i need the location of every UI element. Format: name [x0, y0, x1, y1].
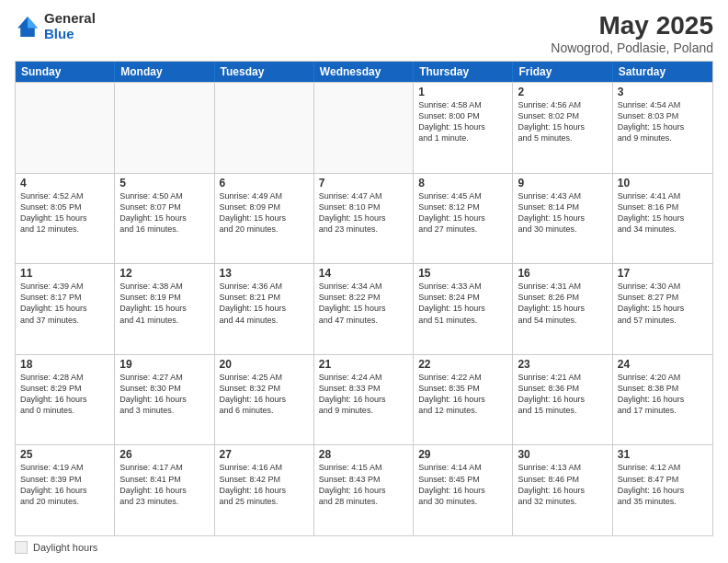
calendar-cell-26: 26Sunrise: 4:17 AM Sunset: 8:41 PM Dayli… — [115, 445, 214, 535]
calendar-row-2: 11Sunrise: 4:39 AM Sunset: 8:17 PM Dayli… — [16, 263, 712, 354]
cell-text: Sunrise: 4:34 AM Sunset: 8:22 PM Dayligh… — [319, 281, 408, 326]
day-number: 4 — [20, 177, 109, 190]
day-number: 6 — [220, 177, 309, 190]
cell-text: Sunrise: 4:45 AM Sunset: 8:12 PM Dayligh… — [418, 190, 507, 236]
day-number: 12 — [119, 267, 209, 280]
cell-text: Sunrise: 4:19 AM Sunset: 8:39 PM Dayligh… — [20, 462, 109, 507]
calendar-cell-9: 9Sunrise: 4:43 AM Sunset: 8:14 PM Daylig… — [513, 174, 612, 264]
calendar-cell-29: 29Sunrise: 4:14 AM Sunset: 8:45 PM Dayli… — [414, 445, 513, 535]
svg-marker-1 — [28, 17, 38, 28]
calendar-cell-1: 1Sunrise: 4:58 AM Sunset: 8:00 PM Daylig… — [414, 83, 513, 173]
calendar-cell-19: 19Sunrise: 4:27 AM Sunset: 8:30 PM Dayli… — [115, 355, 214, 445]
cell-text: Sunrise: 4:39 AM Sunset: 8:17 PM Dayligh… — [20, 281, 109, 326]
calendar-cell-empty-0-2 — [215, 83, 314, 173]
weekday-header-monday: Monday — [115, 62, 214, 82]
cell-text: Sunrise: 4:28 AM Sunset: 8:29 PM Dayligh… — [20, 372, 109, 417]
calendar-cell-2: 2Sunrise: 4:56 AM Sunset: 8:02 PM Daylig… — [513, 83, 612, 173]
calendar-cell-18: 18Sunrise: 4:28 AM Sunset: 8:29 PM Dayli… — [16, 355, 115, 445]
day-number: 1 — [418, 86, 507, 98]
logo: General Blue — [15, 11, 96, 41]
calendar-cell-27: 27Sunrise: 4:16 AM Sunset: 8:42 PM Dayli… — [215, 445, 314, 535]
cell-text: Sunrise: 4:16 AM Sunset: 8:42 PM Dayligh… — [220, 462, 309, 507]
weekday-header-thursday: Thursday — [414, 62, 513, 82]
day-number: 9 — [518, 177, 607, 190]
calendar-cell-6: 6Sunrise: 4:49 AM Sunset: 8:09 PM Daylig… — [215, 174, 314, 264]
weekday-header-tuesday: Tuesday — [215, 62, 314, 82]
day-number: 31 — [618, 448, 708, 461]
cell-text: Sunrise: 4:43 AM Sunset: 8:14 PM Dayligh… — [518, 190, 607, 236]
page: General Blue May 2025 Nowogrod, Podlasie… — [0, 0, 728, 563]
calendar-body: 1Sunrise: 4:58 AM Sunset: 8:00 PM Daylig… — [16, 82, 712, 535]
cell-text: Sunrise: 4:33 AM Sunset: 8:24 PM Dayligh… — [418, 281, 507, 326]
day-number: 11 — [20, 267, 109, 280]
calendar-cell-11: 11Sunrise: 4:39 AM Sunset: 8:17 PM Dayli… — [16, 264, 115, 354]
cell-text: Sunrise: 4:17 AM Sunset: 8:41 PM Dayligh… — [119, 462, 209, 507]
calendar-cell-7: 7Sunrise: 4:47 AM Sunset: 8:10 PM Daylig… — [314, 174, 414, 264]
day-number: 24 — [618, 358, 708, 371]
calendar-cell-10: 10Sunrise: 4:41 AM Sunset: 8:16 PM Dayli… — [613, 174, 712, 264]
calendar-cell-20: 20Sunrise: 4:25 AM Sunset: 8:32 PM Dayli… — [215, 355, 314, 445]
logo-blue-text: Blue — [44, 26, 74, 41]
header: General Blue May 2025 Nowogrod, Podlasie… — [15, 11, 713, 55]
weekday-header-sunday: Sunday — [16, 62, 115, 82]
calendar-cell-17: 17Sunrise: 4:30 AM Sunset: 8:27 PM Dayli… — [613, 264, 712, 354]
day-number: 8 — [418, 177, 507, 190]
cell-text: Sunrise: 4:21 AM Sunset: 8:36 PM Dayligh… — [518, 372, 607, 417]
location: Nowogrod, Podlasie, Poland — [551, 40, 713, 55]
logo-icon — [15, 14, 40, 40]
calendar-cell-empty-0-0 — [16, 83, 115, 173]
calendar-cell-16: 16Sunrise: 4:31 AM Sunset: 8:26 PM Dayli… — [513, 264, 612, 354]
calendar-cell-25: 25Sunrise: 4:19 AM Sunset: 8:39 PM Dayli… — [16, 445, 115, 535]
cell-text: Sunrise: 4:27 AM Sunset: 8:30 PM Dayligh… — [119, 372, 209, 417]
logo-general-text: General — [44, 10, 96, 26]
calendar-header: SundayMondayTuesdayWednesdayThursdayFrid… — [16, 62, 712, 82]
day-number: 21 — [319, 358, 408, 371]
cell-text: Sunrise: 4:15 AM Sunset: 8:43 PM Dayligh… — [319, 462, 408, 507]
calendar-cell-empty-0-3 — [314, 83, 414, 173]
calendar-cell-5: 5Sunrise: 4:50 AM Sunset: 8:07 PM Daylig… — [115, 174, 214, 264]
day-number: 18 — [20, 358, 109, 371]
cell-text: Sunrise: 4:38 AM Sunset: 8:19 PM Dayligh… — [119, 281, 209, 326]
day-number: 22 — [418, 358, 507, 371]
cell-text: Sunrise: 4:54 AM Sunset: 8:03 PM Dayligh… — [618, 99, 708, 144]
cell-text: Sunrise: 4:56 AM Sunset: 8:02 PM Dayligh… — [518, 99, 607, 144]
calendar-cell-21: 21Sunrise: 4:24 AM Sunset: 8:33 PM Dayli… — [314, 355, 414, 445]
day-number: 23 — [518, 358, 607, 371]
day-number: 30 — [518, 448, 607, 461]
legend-box — [15, 541, 28, 554]
calendar-cell-24: 24Sunrise: 4:20 AM Sunset: 8:38 PM Dayli… — [613, 355, 712, 445]
calendar-cell-13: 13Sunrise: 4:36 AM Sunset: 8:21 PM Dayli… — [215, 264, 314, 354]
calendar-cell-28: 28Sunrise: 4:15 AM Sunset: 8:43 PM Dayli… — [314, 445, 414, 535]
cell-text: Sunrise: 4:58 AM Sunset: 8:00 PM Dayligh… — [418, 99, 507, 144]
cell-text: Sunrise: 4:36 AM Sunset: 8:21 PM Dayligh… — [220, 281, 309, 326]
weekday-header-friday: Friday — [513, 62, 612, 82]
cell-text: Sunrise: 4:12 AM Sunset: 8:47 PM Dayligh… — [618, 462, 708, 507]
day-number: 20 — [220, 358, 309, 371]
month-year: May 2025 — [551, 11, 713, 40]
day-number: 2 — [518, 86, 607, 98]
day-number: 7 — [319, 177, 408, 190]
day-number: 15 — [418, 267, 507, 280]
calendar-cell-15: 15Sunrise: 4:33 AM Sunset: 8:24 PM Dayli… — [414, 264, 513, 354]
calendar-cell-14: 14Sunrise: 4:34 AM Sunset: 8:22 PM Dayli… — [314, 264, 414, 354]
calendar-cell-empty-0-1 — [115, 83, 214, 173]
cell-text: Sunrise: 4:25 AM Sunset: 8:32 PM Dayligh… — [220, 372, 309, 417]
cell-text: Sunrise: 4:22 AM Sunset: 8:35 PM Dayligh… — [418, 372, 507, 417]
calendar-row-3: 18Sunrise: 4:28 AM Sunset: 8:29 PM Dayli… — [16, 354, 712, 445]
cell-text: Sunrise: 4:30 AM Sunset: 8:27 PM Dayligh… — [618, 281, 708, 326]
cell-text: Sunrise: 4:50 AM Sunset: 8:07 PM Dayligh… — [119, 190, 209, 236]
cell-text: Sunrise: 4:47 AM Sunset: 8:10 PM Dayligh… — [319, 190, 408, 236]
cell-text: Sunrise: 4:49 AM Sunset: 8:09 PM Dayligh… — [220, 190, 309, 236]
day-number: 29 — [418, 448, 507, 461]
day-number: 28 — [319, 448, 408, 461]
calendar-cell-31: 31Sunrise: 4:12 AM Sunset: 8:47 PM Dayli… — [613, 445, 712, 535]
day-number: 3 — [618, 86, 708, 98]
cell-text: Sunrise: 4:20 AM Sunset: 8:38 PM Dayligh… — [618, 372, 708, 417]
day-number: 17 — [618, 267, 708, 280]
calendar-cell-22: 22Sunrise: 4:22 AM Sunset: 8:35 PM Dayli… — [414, 355, 513, 445]
cell-text: Sunrise: 4:14 AM Sunset: 8:45 PM Dayligh… — [418, 462, 507, 507]
cell-text: Sunrise: 4:24 AM Sunset: 8:33 PM Dayligh… — [319, 372, 408, 417]
day-number: 5 — [119, 177, 209, 190]
day-number: 25 — [20, 448, 109, 461]
cell-text: Sunrise: 4:31 AM Sunset: 8:26 PM Dayligh… — [518, 281, 607, 326]
